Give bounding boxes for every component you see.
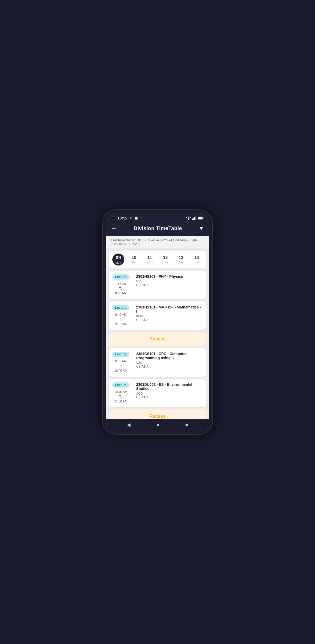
lecture-left-1: Lecture 8:40 AM To 9:35 AM [109, 301, 133, 330]
svg-rect-4 [195, 216, 196, 220]
day-name-3: Thu [163, 261, 168, 264]
day-name-5: Sat [195, 261, 199, 264]
schedule-item-0[interactable]: Lecture 7:45 AM To 8:40 AM 2301HS103 - P… [109, 271, 206, 299]
lecture-division-1: CE-A1-A [136, 318, 203, 322]
lecture-time-1: 8:40 AM To 9:35 AM [115, 312, 126, 326]
lecture-time-0: 7:45 AM To 8:40 AM [115, 282, 126, 296]
days-row: 09 Mon 10 Tue 11 Wed 12 Thu [109, 251, 206, 268]
lecture-badge-0: Lecture [112, 274, 130, 280]
status-left: 10:52 ⊙ ▣ [112, 216, 138, 220]
lecture-subject-1: 2301HS101 - MATHS-I - Mathematics - I [136, 305, 203, 313]
day-name-0: Mon [115, 261, 121, 264]
phone-screen: 10:52 ⊙ ▣ [106, 213, 209, 431]
schedule-item-1[interactable]: Lecture 8:40 AM To 9:35 AM 2301HS101 - M… [109, 301, 206, 330]
wifi-icon [186, 216, 191, 220]
lecture-subject-3: 2301CS101 - CPC - Computer Programming u… [136, 352, 203, 360]
schedule-item-4[interactable]: Lecture 10:40 AM To 11:30 AM 2301DU002 -… [109, 379, 206, 407]
lecture-teacher-0: VSV [136, 280, 203, 283]
recess-bar-2: Recess [109, 409, 206, 419]
svg-rect-2 [193, 218, 194, 220]
lecture-right-0: 2301HS103 - PHY - Physics VSV CE-A1-A [133, 271, 206, 299]
svg-rect-6 [198, 217, 202, 219]
camera-icon [112, 216, 115, 220]
signal-icon [192, 216, 196, 220]
lecture-subject-4: 2301DU002 - ES - Environmental Studies [136, 382, 203, 391]
app-header: ← Division TimeTable ▼ [106, 222, 209, 236]
svg-rect-1 [192, 218, 193, 220]
recess-bar-1: Recess [109, 332, 206, 346]
lecture-teacher-3: VJK [136, 361, 203, 365]
nav-recents-button[interactable]: ■ [185, 422, 188, 428]
back-button[interactable]: ← [111, 225, 117, 232]
day-item-tue[interactable]: 10 Tue [126, 255, 142, 264]
day-circle-mon: 09 Mon [112, 254, 124, 266]
schedule-item-3[interactable]: Lecture 9:50 AM To 10:40 AM 2301CS101 - … [109, 348, 206, 377]
nav-back-button[interactable]: ◀ [127, 422, 131, 428]
status-bar: 10:52 ⊙ ▣ [106, 213, 209, 222]
day-num-5: 14 [194, 255, 199, 260]
schedule-scroll-area[interactable]: 09 Mon 10 Tue 11 Wed 12 Thu [106, 248, 209, 419]
status-time: 10:52 [118, 216, 127, 220]
day-num-3: 12 [163, 255, 168, 260]
lecture-left-0: Lecture 7:45 AM To 8:40 AM [109, 271, 133, 299]
status-icon-1: ⊙ [130, 216, 132, 220]
timetable-name-label: TimeTable Name : DIET - CE-A1-A (2023-24… [106, 236, 209, 248]
day-item-mon[interactable]: 09 Mon [111, 254, 126, 266]
day-item-thu[interactable]: 12 Thu [158, 255, 173, 264]
lecture-division-3: CE-A1-A [136, 365, 203, 368]
status-icon-2: ▣ [134, 216, 138, 220]
lecture-time-4: 10:40 AM To 11:30 AM [114, 390, 127, 404]
filter-button[interactable]: ▼ [199, 225, 204, 231]
bottom-nav: ◀ ● ■ [106, 419, 209, 431]
lecture-badge-3: Lecture [112, 352, 130, 357]
svg-point-0 [188, 219, 189, 220]
lecture-left-3: Lecture 9:50 AM To 10:40 AM [109, 348, 133, 377]
day-num-1: 10 [132, 255, 136, 260]
svg-rect-7 [203, 217, 203, 219]
lecture-time-3: 9:50 AM To 10:40 AM [114, 359, 127, 373]
day-name-1: Tue [132, 261, 137, 264]
day-num-2: 11 [147, 255, 152, 260]
lecture-right-4: 2301DU002 - ES - Environmental Studies A… [133, 379, 206, 407]
page-title: Division TimeTable [134, 225, 182, 231]
lecture-division-4: CE-A1-A [136, 395, 203, 399]
lecture-division-0: CE-A1-A [136, 283, 203, 287]
lecture-teacher-1: KMD [136, 314, 203, 318]
day-num-4: 13 [179, 255, 183, 260]
day-name-2: Wed [147, 261, 152, 264]
day-item-sat[interactable]: 14 Sat [189, 255, 204, 264]
nav-home-button[interactable]: ● [157, 422, 159, 428]
lecture-left-4: Lecture 10:40 AM To 11:30 AM [109, 379, 133, 407]
battery-icon [198, 217, 203, 220]
day-item-fri[interactable]: 13 Fri [173, 255, 189, 264]
lecture-right-3: 2301CS101 - CPC - Computer Programming u… [133, 348, 206, 377]
lecture-badge-1: Lecture [112, 305, 130, 310]
lecture-subject-0: 2301HS103 - PHY - Physics [136, 274, 203, 279]
phone-frame: 10:52 ⊙ ▣ [103, 210, 212, 434]
status-right [186, 216, 203, 220]
day-item-wed[interactable]: 11 Wed [142, 255, 157, 264]
lecture-badge-4: Lecture [112, 382, 130, 388]
lecture-right-1: 2301HS101 - MATHS-I - Mathematics - I KM… [133, 301, 206, 330]
day-name-4: Fri [179, 261, 183, 264]
lecture-teacher-4: ACC [136, 392, 203, 395]
day-num-0: 09 [116, 255, 121, 261]
svg-rect-3 [194, 217, 195, 220]
